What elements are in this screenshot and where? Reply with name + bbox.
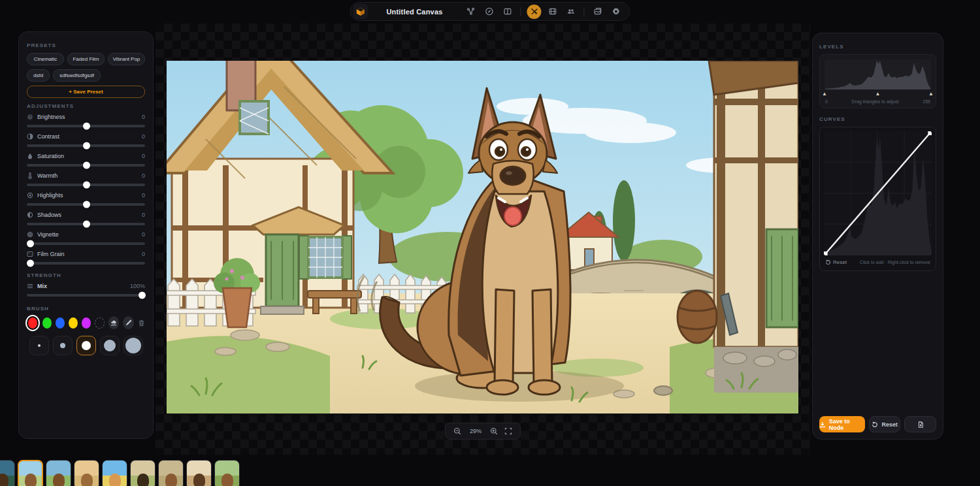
slider-track[interactable]: [27, 262, 145, 265]
slider-track[interactable]: [27, 125, 145, 127]
filmstrip-thumbnail-1[interactable]: [0, 460, 15, 486]
thumbnail-dog-figure: [221, 474, 233, 486]
curves-reset-button[interactable]: Reset: [825, 259, 847, 265]
reset-button[interactable]: Reset: [869, 416, 901, 432]
slider-thumb[interactable]: [27, 240, 34, 248]
filmstrip-thumbnail-5[interactable]: [102, 460, 127, 486]
brush-size-14[interactable]: [76, 336, 96, 355]
filmstrip-thumbnail-4[interactable]: [74, 460, 99, 486]
curves-card: Reset Click to add · Right-click to remo…: [819, 127, 936, 271]
thumbnail-dog-figure: [25, 474, 37, 486]
sun-icon: [27, 114, 33, 120]
circle-icon: [27, 192, 33, 199]
brush-color-yellow[interactable]: [69, 317, 78, 329]
slider-thumb[interactable]: [83, 221, 90, 228]
app-logo-icon[interactable]: [353, 4, 368, 19]
canvas-workspace[interactable]: 29%: [155, 24, 810, 455]
filmstrip-thumbnail-8[interactable]: [186, 460, 212, 486]
filmstrip-thumbnail-3[interactable]: [46, 460, 71, 486]
save-preset-button[interactable]: + Save Preset: [27, 86, 145, 98]
node-graph-icon[interactable]: [464, 5, 478, 19]
brush-section-label: BRUSH: [27, 306, 145, 312]
filmstrip-thumbnail-6[interactable]: [130, 460, 155, 486]
preset-cinematic-button[interactable]: Cinematic: [27, 53, 64, 65]
brush-color-magenta[interactable]: [82, 317, 91, 329]
compass-icon[interactable]: [482, 5, 497, 19]
vignette-slider: Vignette0: [27, 231, 145, 245]
saturation-slider: Saturation0: [27, 153, 145, 167]
brush-size-18[interactable]: [100, 336, 120, 355]
export-file-button[interactable]: [904, 416, 936, 432]
slider-track[interactable]: [27, 184, 145, 186]
users-icon[interactable]: [564, 5, 578, 19]
zoom-in-icon[interactable]: [490, 427, 498, 435]
brush-color-row: [27, 316, 145, 329]
slider-track[interactable]: [27, 223, 145, 225]
slider-label: Vignette: [37, 231, 59, 238]
preset-custom-button[interactable]: dsfd: [27, 69, 50, 82]
slider-thumb[interactable]: [83, 162, 90, 169]
brush-color-blue[interactable]: [56, 317, 65, 329]
gallery-icon[interactable]: [591, 5, 605, 19]
film-icon[interactable]: [546, 5, 560, 19]
canvas-image[interactable]: [167, 61, 798, 413]
brush-tool-button[interactable]: [123, 316, 134, 329]
slider-track[interactable]: [27, 164, 145, 167]
slider-value: 0: [142, 251, 145, 257]
grain-icon: [27, 251, 33, 257]
slider-track[interactable]: [27, 242, 145, 245]
thumbnail-dog-figure: [193, 474, 205, 486]
variation-filmstrip: [0, 460, 980, 486]
slider-label: Shadows: [37, 212, 61, 218]
slider-thumb[interactable]: [27, 260, 34, 267]
brush-size-4[interactable]: [29, 336, 49, 355]
thumbnail-dog-figure: [81, 474, 93, 486]
slider-track[interactable]: [27, 144, 145, 147]
edit-tools-icon-active[interactable]: [527, 5, 542, 19]
preset-vibrant-pop-button[interactable]: Vibrant Pop: [108, 53, 145, 65]
slider-track[interactable]: [27, 294, 145, 297]
adjustment-sliders: Brightness0Contrast0Saturation0Warmth0Hi…: [27, 114, 145, 265]
levels-marker-50[interactable]: ▲: [875, 91, 881, 97]
slider-thumb[interactable]: [83, 201, 90, 208]
zoom-toolbar: 29%: [445, 423, 521, 440]
brush-color-red[interactable]: [28, 317, 37, 329]
fit-screen-icon[interactable]: [504, 427, 512, 435]
filmstrip-thumbnail-2[interactable]: [18, 460, 43, 486]
slider-label: Contrast: [37, 133, 59, 140]
eraser-tool-button[interactable]: [108, 316, 120, 329]
slider-thumb[interactable]: [83, 182, 90, 189]
brush-color-green[interactable]: [42, 317, 52, 329]
slider-label: Brightness: [37, 114, 65, 120]
top-toolbar: Untitled Canvas: [350, 2, 630, 21]
levels-marker-0[interactable]: ▲: [822, 91, 827, 97]
toolbar-separator: [521, 7, 521, 16]
filmstrip-thumbnail-7[interactable]: [158, 460, 184, 486]
slider-thumb[interactable]: [139, 292, 146, 299]
levels-section-label: LEVELS: [819, 44, 936, 50]
slider-track[interactable]: [27, 203, 145, 206]
clear-strokes-trash-icon[interactable]: [138, 319, 145, 327]
shadows-slider: Shadows0: [27, 212, 145, 225]
settings-gear-icon[interactable]: [609, 5, 623, 19]
brush-color-custom-slot[interactable]: [95, 317, 104, 329]
save-to-node-button[interactable]: Save to Node: [819, 416, 865, 432]
slider-label: Mix: [37, 283, 47, 289]
filmstrip-thumbnail-9[interactable]: [214, 460, 240, 486]
slider-thumb[interactable]: [83, 142, 90, 150]
ring-icon: [27, 231, 33, 238]
curves-editor[interactable]: [824, 131, 932, 255]
layers-icon: [27, 283, 33, 289]
brush-size-8[interactable]: [53, 336, 73, 355]
preset-faded-film-button[interactable]: Faded Film: [67, 53, 105, 65]
adjustments-panel: PRESETS Cinematic Faded Film Vibrant Pop…: [18, 31, 154, 439]
slider-thumb[interactable]: [83, 123, 90, 130]
strength-section-label: STRENGTH: [27, 272, 145, 278]
preset-custom-button[interactable]: sdfswdfsdfgsdf: [53, 69, 101, 82]
adjustments-section-label: ADJUSTMENTS: [27, 103, 145, 109]
brush-size-24[interactable]: [123, 336, 143, 355]
levels-hint: Drag triangles to adjust: [852, 99, 899, 104]
split-view-icon[interactable]: [500, 5, 515, 19]
zoom-out-icon[interactable]: [453, 427, 461, 435]
levels-marker-100[interactable]: ▲: [928, 91, 934, 97]
